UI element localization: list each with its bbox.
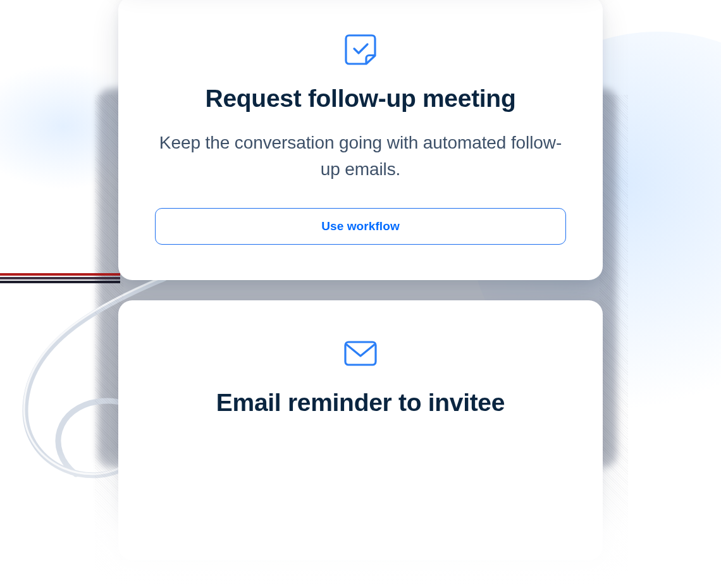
workflow-cards-list: Email confirmation for the host or invit… xyxy=(118,0,603,580)
card-description: Keep the conversation going with automat… xyxy=(155,130,566,183)
card-title: Email reminder to invitee xyxy=(155,389,566,417)
svg-rect-3 xyxy=(345,342,376,365)
decorative-streak-icon xyxy=(0,273,120,283)
envelope-icon xyxy=(343,336,378,371)
workflow-card: Request follow-up meeting Keep the conve… xyxy=(118,0,603,280)
svg-rect-0 xyxy=(0,273,120,276)
svg-rect-2 xyxy=(0,281,120,283)
card-title: Request follow-up meeting xyxy=(155,85,566,113)
svg-rect-1 xyxy=(0,277,120,279)
workflow-card: Email reminder to invitee Send automatic… xyxy=(118,300,603,560)
use-workflow-button[interactable]: Use workflow xyxy=(155,208,566,245)
note-check-icon xyxy=(343,32,378,67)
